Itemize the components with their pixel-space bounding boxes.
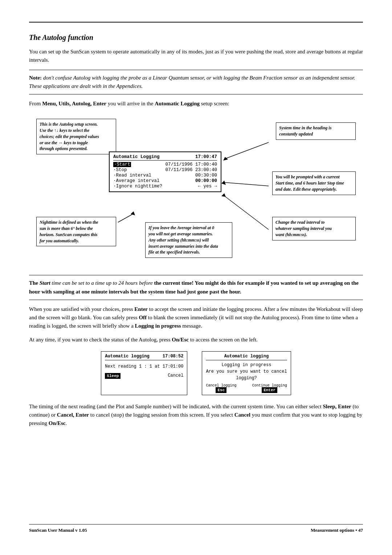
svg-line-3 — [223, 182, 269, 186]
screen-left-footer: Sleep Cancel — [105, 373, 183, 379]
body-text-5: The timing of the next reading (and the … — [29, 402, 363, 428]
esc-btn[interactable]: Esc — [216, 387, 226, 393]
callout-avg-text: If you leave the Average interval at 0yo… — [148, 225, 218, 255]
screen-header-label: Automatic Logging — [113, 154, 160, 159]
continue-logging-group: Continue logging Enter — [252, 384, 287, 393]
callout-bottom-left-text: Nighttime is defined as when thesun is m… — [40, 220, 98, 243]
italic-para-bold-start: The — [29, 280, 40, 286]
diagram-area: This is the Autolog setup screen.Use the… — [29, 115, 363, 268]
italic-para-text: The Start time can be set to a time up t… — [29, 280, 359, 294]
screen-left-header-time: 17:08:52 — [163, 354, 184, 359]
footer-right: Measurement options • 47 — [311, 527, 363, 533]
screen-right-header: Automatic logging — [206, 354, 287, 360]
callout-right-bottom: Change the read interval towhatever samp… — [272, 217, 356, 240]
italic-para: The Start time can be set to a time up t… — [29, 275, 363, 300]
screen-header: Automatic Logging 17:00:47 — [113, 154, 217, 161]
page: The Autolog function You can set up the … — [0, 0, 392, 555]
screen-row-avg: ·Average interval 00:00:00 — [113, 178, 217, 183]
screen-left-header: Automatic logging 17:08:52 — [105, 354, 183, 360]
svg-line-7 — [118, 213, 134, 222]
stop-value: 07/11/1996 23:00:40 — [165, 167, 217, 173]
screen-right-header-label: Automatic logging — [224, 354, 269, 359]
svg-marker-8 — [131, 211, 135, 215]
screen-right-line1: Logging in progress — [206, 362, 287, 368]
body-text-4: At any time, if you want to check the st… — [29, 336, 363, 344]
body-text-2-bold: Menu, Utils, Autolog, Enter — [42, 101, 106, 106]
body-text-2-bold2: Automatic Logging — [155, 101, 200, 106]
bottom-screens: Automatic logging 17:08:52 Next reading … — [29, 351, 363, 395]
screen-left-header-label: Automatic logging — [105, 354, 149, 359]
body-text-5-sleep: Sleep, Enter — [323, 404, 351, 409]
top-rule — [29, 22, 363, 23]
body-text-4-bold: On/Esc — [172, 337, 189, 343]
callout-right-bottom-text: Change the read interval towhatever samp… — [275, 220, 332, 237]
screen-left-body: Next reading 1 : 1 at 17:01:00 — [105, 363, 183, 370]
stop-label: ·Stop — [113, 167, 127, 173]
page-footer: SunScan User Manual v 1.05 Measurement o… — [29, 524, 363, 533]
footer-left: SunScan User Manual v 1.05 — [29, 527, 87, 533]
body-text-2-mid: you will arrive in the — [106, 101, 155, 106]
svg-marker-4 — [221, 181, 226, 185]
callout-top-right: System time in the heading isconstantly … — [276, 122, 356, 140]
callout-top-left-text: This is the Autolog setup screen.Use the… — [40, 121, 113, 152]
body-text-2: From Menu, Utils, Autolog, Enter you wil… — [29, 100, 363, 108]
body-text-2-after: setup screen: — [200, 101, 229, 106]
callout-bottom-left: Nighttime is defined as when thesun is m… — [36, 217, 116, 246]
body-text-5-onesc: On/Esc — [49, 420, 66, 426]
section-heading: The Autolog function — [29, 33, 363, 42]
screen-row-ignore: ·Ignore nighttime? ← yes → — [113, 184, 217, 189]
screen-right-line2: Are you sure you want to cancel — [206, 368, 287, 375]
enter-btn[interactable]: Enter — [262, 387, 277, 393]
screen-left: Automatic logging 17:08:52 Next reading … — [101, 351, 187, 395]
read-label: ·Read interval — [113, 173, 151, 178]
body-text-2-before: From — [29, 101, 42, 106]
avg-value: 00:00:00 — [195, 178, 217, 183]
callout-top-left: This is the Autolog setup screen.Use the… — [36, 119, 116, 154]
autolog-screen: Automatic Logging 17:00:47 ·Start 07/11/… — [109, 151, 221, 192]
body-text-3-logging: Logging in progress — [135, 323, 181, 329]
screen-left-next-reading: Next reading 1 : 1 at 17:01:00 — [105, 363, 183, 370]
ignore-label: ·Ignore nighttime? — [113, 184, 162, 189]
body-text-3-enter: Enter — [134, 306, 148, 312]
note-text: don't confuse Autolog with logging the p… — [29, 75, 355, 89]
sleep-btn[interactable]: Sleep — [105, 373, 121, 379]
callout-top-right-text: System time in the heading isconstantly … — [279, 125, 352, 137]
screen-right-line3: logging? — [206, 375, 287, 381]
screen-right: Automatic logging Logging in progress Ar… — [202, 351, 291, 395]
screen-row-start: ·Start 07/11/1996 17:00:40 — [113, 162, 217, 167]
cancel-logging-group: Cancel logging Esc — [206, 384, 236, 393]
screen-header-time: 17:00:47 — [195, 154, 217, 159]
screen-row-stop: ·Stop 07/11/1996 23:00:40 — [113, 167, 217, 173]
read-value: 00:30:00 — [195, 173, 217, 178]
note-block: Note: don't confuse Autolog with logging… — [29, 70, 363, 95]
svg-marker-2 — [223, 157, 228, 161]
italic-para-bold-start-word: Start — [40, 280, 50, 286]
note-label: Note: — [29, 75, 42, 81]
ignore-value: ← yes → — [198, 184, 217, 189]
italic-para-rest: time can be set to a time up to 24 hours… — [29, 280, 359, 294]
svg-marker-6 — [221, 193, 226, 197]
start-label: ·Start — [113, 162, 131, 167]
start-highlight: ·Start — [113, 162, 131, 167]
screen-row-read: ·Read interval 00:30:00 — [113, 173, 217, 178]
callout-right-mid: You will be prompted with a currentStart… — [272, 171, 356, 195]
body-text-5-cancel: Cancel, Enter — [57, 412, 89, 418]
svg-line-1 — [225, 142, 269, 159]
body-text-3-off: Off — [139, 315, 147, 320]
avg-label: ·Average interval — [113, 178, 160, 183]
callout-right-mid-text: You will be prompted with a currentStart… — [275, 174, 344, 192]
body-text-3: When you are satisfied with your choices… — [29, 305, 363, 331]
body-text-1: You can set up the SunScan system to ope… — [29, 48, 363, 65]
cancel-text: Cancel — [168, 373, 183, 379]
screen-right-footer: Cancel logging Esc Continue logging Ente… — [206, 384, 287, 393]
screen-right-body: Logging in progress Are you sure you wan… — [206, 362, 287, 381]
body-text-5-cancel2: Cancel — [234, 412, 250, 418]
start-value: 07/11/1996 17:00:40 — [165, 162, 217, 167]
callout-avg: If you leave the Average interval at 0yo… — [145, 222, 232, 258]
